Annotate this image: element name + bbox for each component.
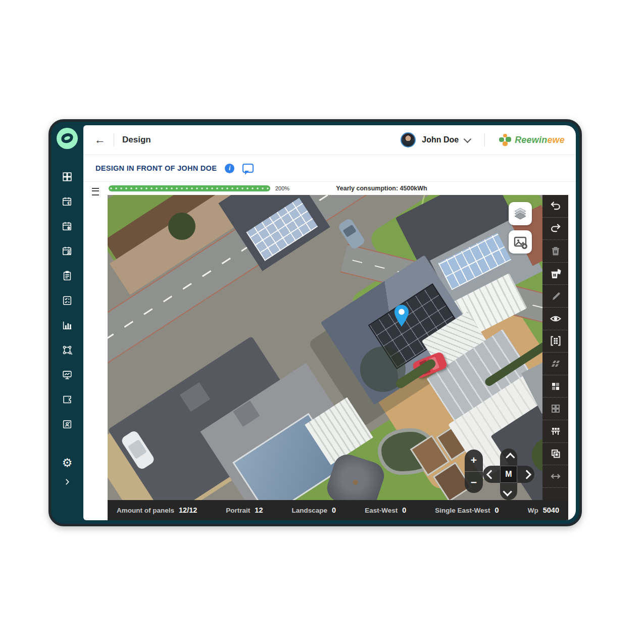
toolbar-filler [542, 488, 568, 500]
sidebar-nav: € [62, 171, 73, 430]
panel-status-bar: Amount of panels12/12 Portrait12 Landsca… [108, 500, 568, 520]
settings-gear-icon[interactable]: ⚙ [62, 457, 73, 468]
zoom-out-button[interactable]: − [465, 472, 483, 493]
add-image-button[interactable] [509, 230, 532, 254]
progress-row: 200% Yearly consumption: 4500kWh [108, 182, 568, 195]
panel-grid-icon[interactable] [542, 330, 568, 353]
pan-control: M [483, 449, 534, 500]
ticket-icon[interactable] [62, 394, 73, 405]
status-east-west: East-West0 [365, 506, 406, 514]
panel-outline-icon[interactable] [542, 398, 568, 420]
undo-icon[interactable] [542, 195, 568, 218]
bar-chart-icon[interactable] [62, 320, 73, 331]
collapse-handle-icon[interactable] [92, 188, 99, 195]
progress-percent: 200% [275, 185, 289, 191]
mounting-system-icon[interactable] [542, 420, 568, 443]
app-logo-icon [57, 128, 78, 149]
horizontal-move-icon[interactable] [542, 465, 568, 488]
contact-card-icon[interactable] [62, 419, 73, 430]
header: ← Design John Doe Reewinewe [83, 125, 576, 155]
status-landscape: Landscape0 [292, 506, 336, 514]
left-gutter [83, 182, 108, 520]
design-title: DESIGN IN FRONT OF JOHN DOE [95, 164, 217, 172]
consumption-progress-bar [109, 185, 270, 191]
expand-chevron-icon[interactable] [62, 476, 73, 487]
user-avatar[interactable] [401, 132, 416, 147]
brand-text-green: Reewin [515, 135, 547, 145]
aerial-map[interactable]: + − M [108, 195, 542, 500]
layers-button[interactable] [509, 202, 532, 225]
svg-text:€: € [67, 201, 70, 206]
main-panel: ← Design John Doe Reewinewe [83, 125, 576, 520]
visibility-eye-icon[interactable] [542, 308, 568, 330]
comment-icon[interactable] [242, 164, 254, 173]
sidebar-bottom: ⚙ [62, 457, 73, 487]
status-wp: Wp5040 [528, 506, 559, 514]
redo-icon[interactable] [542, 218, 568, 240]
map-car [337, 218, 366, 251]
brand-logo: Reewinewe [499, 134, 565, 146]
clipboard-icon[interactable] [62, 270, 73, 281]
divider [484, 133, 485, 146]
calendar-person-icon[interactable] [62, 245, 73, 257]
pan-center-button[interactable]: M [500, 466, 517, 483]
status-portrait: Portrait12 [226, 506, 263, 514]
info-icon[interactable]: i [225, 164, 234, 173]
page-title: Design [122, 135, 151, 145]
pan-left-button[interactable] [483, 466, 500, 483]
brand-logo-icon [499, 134, 511, 146]
dashboard-icon[interactable] [62, 171, 73, 182]
zoom-control: + − [465, 450, 483, 493]
pan-right-button[interactable] [517, 466, 534, 483]
pan-down-button[interactable] [500, 483, 517, 500]
zoom-in-button[interactable]: + [465, 450, 483, 472]
pan-up-button[interactable] [500, 449, 517, 466]
delete-icon[interactable] [542, 240, 568, 263]
status-amount-of-panels: Amount of panels12/12 [117, 506, 197, 514]
back-button[interactable]: ← [94, 134, 106, 145]
calendar-finance-icon[interactable]: € [62, 196, 73, 207]
calendar-settings-icon[interactable] [62, 221, 73, 232]
divider [114, 133, 114, 146]
right-gutter [568, 182, 576, 520]
checklist-icon[interactable] [62, 295, 73, 306]
slanted-panels-icon[interactable] [542, 353, 568, 375]
map-tree [168, 213, 195, 240]
sidebar: € ⚙ [51, 122, 83, 524]
delete-all-icon[interactable] [542, 263, 568, 285]
location-pin[interactable] [392, 304, 411, 329]
edit-pencil-icon[interactable] [542, 285, 568, 308]
overlap-icon[interactable] [542, 443, 568, 466]
brand-text-orange: ewe [547, 135, 565, 145]
status-single-east-west: Single East-West0 [435, 506, 499, 514]
app-window: € ⚙ ← Design John Doe [48, 119, 582, 526]
chevron-down-icon[interactable] [464, 135, 472, 143]
monitor-chart-icon[interactable] [62, 369, 73, 380]
subheader: DESIGN IN FRONT OF JOHN DOE i [83, 155, 576, 182]
design-toolbar [542, 195, 568, 500]
map-solar-panels [246, 198, 318, 261]
group-objects-icon[interactable] [62, 344, 73, 356]
user-name[interactable]: John Doe [422, 135, 459, 144]
panel-fill-icon[interactable] [542, 375, 568, 398]
yearly-consumption-label: Yearly consumption: 4500kWh [336, 185, 427, 192]
